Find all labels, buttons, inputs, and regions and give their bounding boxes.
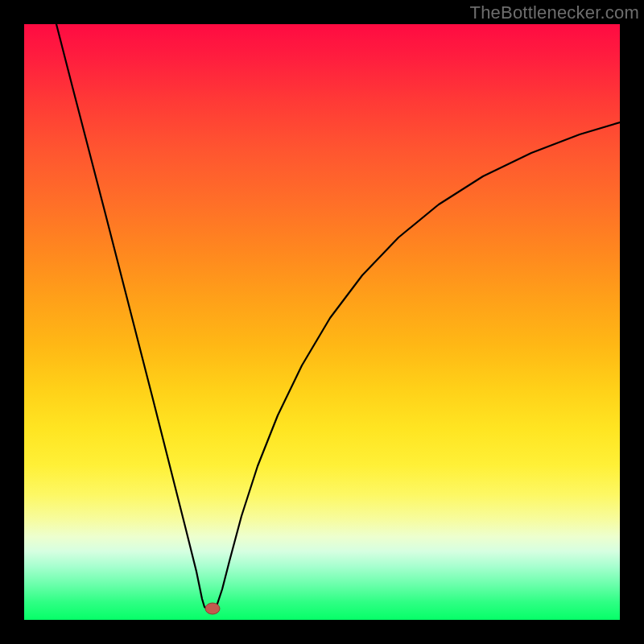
min-point-marker — [205, 603, 220, 614]
chart-frame: TheBottlenecker.com — [0, 0, 644, 644]
attribution-text: TheBottlenecker.com — [470, 2, 639, 23]
plot-area — [24, 24, 620, 620]
bottleneck-curve — [24, 24, 620, 620]
